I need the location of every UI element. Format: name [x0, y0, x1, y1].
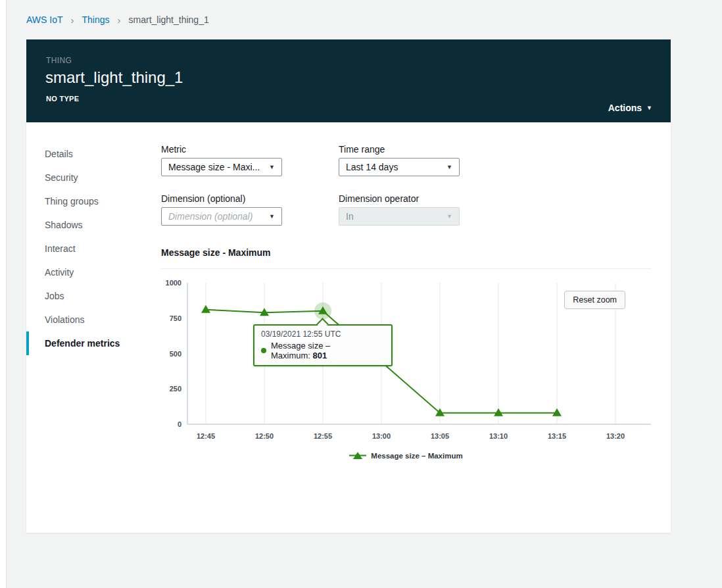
breadcrumb-link-things[interactable]: Things: [82, 14, 110, 25]
sidebar-item-jobs[interactable]: Jobs: [26, 284, 161, 308]
chevron-down-icon: ▼: [446, 214, 452, 220]
svg-text:0: 0: [178, 420, 181, 428]
sidebar-item-thing-groups[interactable]: Thing groups: [26, 189, 161, 213]
breadcrumb-separator-icon: ›: [71, 14, 74, 26]
svg-text:13:10: 13:10: [489, 432, 508, 440]
sidebar-item-label: Thing groups: [45, 196, 99, 207]
sidebar-item-shadows[interactable]: Shadows: [26, 213, 161, 237]
reset-zoom-button[interactable]: Reset zoom: [564, 291, 625, 309]
actions-button-label: Actions: [608, 103, 642, 113]
sidebar-item-details[interactable]: Details: [26, 142, 161, 166]
dimension-operator-select[interactable]: In ▼: [339, 207, 460, 226]
sidebar-nav: Details Security Thing groups Shadows In…: [26, 122, 161, 355]
chart-title: Message size - Maximum: [161, 247, 271, 258]
thing-type-label: NO TYPE: [46, 95, 79, 103]
thing-detail-panel: Details Security Thing groups Shadows In…: [26, 122, 671, 533]
sidebar-item-violations[interactable]: Violations: [26, 308, 161, 331]
svg-text:13:00: 13:00: [372, 432, 391, 440]
metric-select[interactable]: Message size - Maxi... ▼: [161, 158, 282, 176]
dimension-select-placeholder: Dimension (optional): [168, 211, 253, 222]
svg-text:13:20: 13:20: [606, 432, 625, 440]
dimension-operator-label: Dimension operator: [339, 193, 516, 204]
dimension-operator-value: In: [346, 211, 354, 222]
legend-item-message-size[interactable]: Message size – Maximum: [349, 451, 462, 460]
chevron-down-icon: ▼: [269, 214, 275, 220]
svg-text:500: 500: [170, 350, 181, 358]
metric-select-value: Message size - Maxi...: [168, 162, 260, 172]
sidebar-item-label: Shadows: [45, 220, 83, 230]
sidebar-item-label: Defender metrics: [45, 338, 120, 349]
sidebar-item-defender-metrics[interactable]: Defender metrics: [26, 331, 161, 355]
time-range-select-value: Last 14 days: [346, 162, 398, 172]
sidebar-item-label: Violations: [45, 314, 84, 325]
svg-text:13:05: 13:05: [431, 432, 449, 440]
actions-button[interactable]: Actions ▼: [608, 103, 652, 113]
tooltip-value: 801: [313, 351, 327, 360]
sidebar-item-security[interactable]: Security: [26, 166, 161, 189]
metric-label: Metric: [161, 144, 339, 155]
chevron-down-icon: ▼: [269, 164, 275, 170]
page-left-gutter: [0, 0, 7, 588]
sidebar-item-label: Activity: [45, 267, 74, 278]
breadcrumb-link-aws-iot[interactable]: AWS IoT: [26, 14, 63, 25]
time-range-select[interactable]: Last 14 days ▼: [339, 158, 460, 176]
sidebar-item-label: Jobs: [45, 291, 64, 301]
svg-text:13:15: 13:15: [548, 432, 566, 440]
metric-chart: 0250500750100012:4512:5012:5513:0013:051…: [161, 278, 651, 460]
legend-label: Message size – Maximum: [371, 452, 462, 460]
legend-marker-icon: [349, 451, 366, 460]
sidebar-item-activity[interactable]: Activity: [26, 260, 161, 284]
svg-text:12:55: 12:55: [314, 432, 332, 440]
dimension-select[interactable]: Dimension (optional) ▼: [161, 207, 282, 226]
thing-eyebrow-label: THING: [46, 56, 72, 65]
sidebar-item-label: Details: [45, 149, 73, 159]
defender-metrics-content: Metric Message size - Maxi... ▼ Time ran…: [161, 122, 651, 533]
page-title: smart_light_thing_1: [45, 68, 183, 87]
chart-tooltip: 03/19/2021 12:55 UTC Message size – Maxi…: [253, 324, 393, 366]
tooltip-series-label: Message size – Maximum: 801: [271, 341, 385, 360]
dimension-label: Dimension (optional): [161, 193, 339, 204]
metric-field: Metric Message size - Maxi... ▼: [161, 144, 339, 176]
breadcrumb-separator-icon: ›: [118, 14, 121, 26]
tooltip-timestamp: 03/19/2021 12:55 UTC: [261, 330, 385, 339]
svg-text:12:45: 12:45: [197, 432, 215, 440]
time-range-field: Time range Last 14 days ▼: [339, 144, 516, 176]
sidebar-item-label: Interact: [45, 243, 76, 254]
thing-header: THING smart_light_thing_1 NO TYPE Action…: [26, 39, 671, 122]
dimension-operator-field: Dimension operator In ▼: [339, 193, 516, 226]
breadcrumb-current-thing: smart_light_thing_1: [129, 14, 209, 25]
chart-title-divider: [161, 268, 651, 269]
svg-text:1000: 1000: [166, 279, 181, 287]
chevron-down-icon: ▼: [446, 164, 452, 170]
sidebar-item-label: Security: [45, 172, 78, 183]
dimension-field: Dimension (optional) Dimension (optional…: [161, 193, 339, 226]
svg-text:750: 750: [170, 314, 181, 322]
chart-legend: Message size – Maximum: [161, 451, 651, 460]
svg-text:250: 250: [170, 385, 181, 393]
breadcrumb: AWS IoT › Things › smart_light_thing_1: [26, 0, 209, 39]
svg-text:12:50: 12:50: [255, 432, 274, 440]
time-range-label: Time range: [339, 144, 516, 155]
chevron-down-icon: ▼: [646, 105, 652, 111]
sidebar-item-interact[interactable]: Interact: [26, 237, 161, 260]
series-bullet-icon: [261, 348, 266, 353]
